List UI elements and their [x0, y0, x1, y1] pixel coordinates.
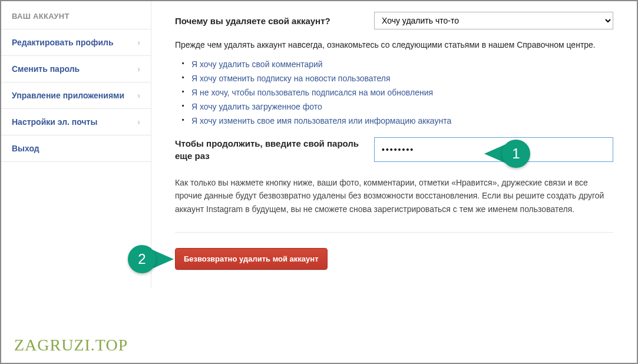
chevron-right-icon: › — [137, 117, 140, 127]
intro-text: Прежде чем удалять аккаунт навсегда, озн… — [175, 39, 613, 51]
watermark-text: ZAGRUZI.TOP — [14, 336, 128, 355]
sidebar-header: ВАШ АККАУНТ — [1, 1, 151, 29]
password-label: Чтобы продолжить, введите свой пароль ещ… — [175, 137, 363, 162]
sidebar-item-label: Управление приложениями — [12, 91, 124, 100]
help-links-list: Я хочу удалить свой комментарий Я хочу о… — [182, 59, 613, 125]
delete-warning-text: Как только вы нажмете кнопку ниже, ваши … — [175, 176, 613, 216]
help-link[interactable]: Я хочу изменить свое имя пользователя ил… — [191, 116, 451, 125]
help-link[interactable]: Я хочу удалить загруженное фото — [191, 102, 322, 111]
sidebar: ВАШ АККАУНТ Редактировать профиль › Смен… — [1, 1, 151, 287]
sidebar-item-label: Сменить пароль — [12, 64, 80, 74]
sidebar-item-edit-profile[interactable]: Редактировать профиль › — [1, 29, 151, 56]
chevron-right-icon: › — [137, 38, 140, 47]
password-input[interactable] — [374, 137, 613, 162]
delete-account-button[interactable]: Безвозвратно удалить мой аккаунт — [175, 248, 328, 270]
main-content: Почему вы удаляете свой аккаунт? Хочу уд… — [151, 1, 637, 287]
sidebar-item-manage-apps[interactable]: Управление приложениями › — [1, 82, 151, 109]
sidebar-item-email-settings[interactable]: Настройки эл. почты › — [1, 109, 151, 135]
sidebar-item-label: Выход — [12, 144, 39, 153]
sidebar-item-label: Редактировать профиль — [12, 38, 114, 47]
delete-reason-label: Почему вы удаляете свой аккаунт? — [175, 16, 363, 26]
divider — [175, 232, 613, 233]
help-link[interactable]: Я хочу отменить подписку на новости поль… — [191, 74, 391, 83]
sidebar-item-label: Настройки эл. почты — [12, 117, 97, 127]
sidebar-item-change-password[interactable]: Сменить пароль › — [1, 56, 151, 82]
chevron-right-icon: › — [137, 64, 140, 74]
sidebar-item-logout[interactable]: Выход — [1, 135, 151, 162]
help-link[interactable]: Я хочу удалить свой комментарий — [191, 59, 323, 69]
help-link[interactable]: Я не хочу, чтобы пользователь подписался… — [191, 88, 433, 97]
chevron-right-icon: › — [137, 91, 140, 100]
delete-reason-select[interactable]: Хочу удалить что-то — [374, 12, 613, 29]
